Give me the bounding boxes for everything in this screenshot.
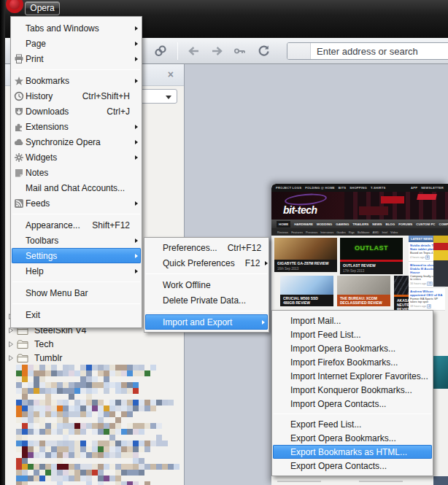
menu-item-page[interactable]: Page <box>12 36 141 51</box>
menu-item-history[interactable]: HistoryCtrl+Shift+H <box>12 88 141 104</box>
menu-item-import-opera-contacts[interactable]: Import Opera Contacts... <box>273 397 432 411</box>
subnav-link-rigs[interactable]: Rigs <box>349 230 355 234</box>
mosaic-cell <box>104 458 109 464</box>
nav-link-home[interactable]: HOME <box>277 221 290 228</box>
menu-item-downloads[interactable]: DownloadsCtrl+J <box>12 104 141 119</box>
subnav-link-guides[interactable]: Guides <box>336 230 346 234</box>
topbar-link-t-shirts[interactable]: T-SHIRTS <box>371 186 386 190</box>
sidebar-folder-tumblr[interactable]: Tumblr <box>5 351 184 365</box>
nav-link-trailers[interactable]: TRAILERS <box>352 222 368 226</box>
subnav-link-interviews[interactable]: Interviews <box>320 230 333 234</box>
mosaic-cell <box>80 476 86 481</box>
expander-icon[interactable] <box>8 354 14 362</box>
subnav-link-video[interactable]: Video <box>390 230 398 234</box>
mosaic-cell <box>104 370 109 376</box>
menu-item-widgets[interactable]: Widgets <box>12 150 141 165</box>
nav-link-blog[interactable]: BLOG <box>386 222 395 226</box>
menu-item-exit[interactable]: Exit <box>12 307 141 322</box>
subnav-link-features[interactable]: Features <box>291 230 303 234</box>
address-bar[interactable] <box>287 42 448 60</box>
menu-item-mail-and-chat-accounts[interactable]: Mail and Chat Accounts... <box>12 180 141 195</box>
mosaic-cell <box>162 446 168 452</box>
article-card-outlast-review[interactable]: OUTLASTOUTLAST REVIEW17th Sep 2013 <box>340 238 403 274</box>
mosaic-cell <box>174 423 179 429</box>
nav-link-forums[interactable]: FORUMS <box>398 222 412 226</box>
article-card-the-bureau-xcom-declassified-review[interactable]: THE BUREAU: XCOM DECLASSIFIED REVIEW <box>337 276 390 306</box>
mosaic-cell <box>80 406 86 411</box>
subnav-link-intel[interactable]: Intel <box>382 230 387 234</box>
menu-item-export-opera-contacts[interactable]: Export Opera Contacts... <box>273 459 432 473</box>
menu-item-import-mail[interactable]: Import Mail... <box>273 314 432 327</box>
mosaic-cell <box>39 406 45 411</box>
menu-item-preferences[interactable]: Preferences...Ctrl+F12 <box>145 240 268 255</box>
menu-item-import-feed-list[interactable]: Import Feed List... <box>273 327 432 341</box>
mosaic-cell <box>127 452 133 458</box>
mosaic-cell <box>28 370 34 376</box>
menu-item-import-konqueror-bookmarks[interactable]: Import Konqueror Bookmarks... <box>273 383 432 397</box>
mosaic-cell <box>127 406 133 411</box>
address-input[interactable] <box>311 46 448 57</box>
subnav-link-bulldozer[interactable]: Bulldozer <box>358 230 370 234</box>
topbar-link-newsletter[interactable]: NEWSLETTER <box>421 186 444 190</box>
menu-item-extensions[interactable]: Extensions <box>12 119 141 134</box>
link-icon[interactable] <box>151 43 170 59</box>
submenu-arrow-icon <box>130 238 138 243</box>
menu-item-settings[interactable]: Settings <box>12 248 141 263</box>
subnav-link-amd[interactable]: AMD <box>373 230 379 234</box>
mosaic-cell <box>22 417 28 423</box>
news-item-andrew-wilson-appointed-ceo-of-ea[interactable]: Andrew Wilson appointed CEO of EAFormer … <box>409 288 445 311</box>
topbar-link-app[interactable]: APP <box>411 186 417 190</box>
menu-item-appearance[interactable]: Appearance...Shift+F12 <box>12 217 141 233</box>
menu-item-import-opera-bookmarks[interactable]: Import Opera Bookmarks... <box>273 341 432 355</box>
nav-link-custom-pc[interactable]: CUSTOM PC <box>416 222 435 226</box>
mosaic-cell <box>45 400 51 406</box>
mosaic-cell <box>150 429 156 435</box>
mosaic-cell <box>22 370 28 376</box>
menu-item-synchronize-opera[interactable]: Synchronize Opera <box>12 134 141 150</box>
menu-item-toolbars[interactable]: Toolbars <box>12 233 141 248</box>
mosaic-cell <box>98 417 104 423</box>
panel-close-icon[interactable]: × <box>168 69 174 79</box>
menu-item-quick-preferences[interactable]: Quick PreferencesF12 <box>145 255 268 271</box>
reload-icon[interactable] <box>254 43 273 59</box>
menu-item-import-internet-explorer-favorites[interactable]: Import Internet Explorer Favorites... <box>273 369 432 383</box>
mosaic-cell <box>98 406 104 411</box>
expander-icon[interactable] <box>8 341 14 348</box>
menu-item-print[interactable]: Print <box>12 51 141 66</box>
menu-item-export-feed-list[interactable]: Export Feed List... <box>273 417 432 431</box>
nav-link-gaming[interactable]: GAMING <box>336 222 349 226</box>
nav-link-news[interactable]: NEWS <box>372 222 382 226</box>
subnav-link-previews[interactable]: Previews <box>306 230 317 234</box>
menu-item-notes[interactable]: Notes <box>12 165 141 180</box>
menu-item-import-and-export[interactable]: Import and Export <box>145 314 268 330</box>
topbar-link-shopping[interactable]: SHOPPING <box>349 186 367 190</box>
menu-item-tabs-and-windows[interactable]: Tabs and Windows <box>12 20 141 36</box>
mosaic-cell <box>74 452 80 458</box>
sidebar-folder-tech[interactable]: Tech <box>5 337 184 351</box>
menu-item-export-opera-bookmarks[interactable]: Export Opera Bookmarks... <box>273 431 432 445</box>
mosaic-cell <box>168 481 174 485</box>
back-icon[interactable] <box>184 43 203 59</box>
topbar-link-folding-home[interactable]: FOLDING @ HOME <box>305 186 335 190</box>
mosaic-cell <box>115 365 121 370</box>
menu-item-import-firefox-bookmarks[interactable]: Import Firefox Bookmarks... <box>273 355 432 369</box>
forward-icon[interactable] <box>207 43 226 59</box>
key-icon[interactable] <box>231 43 250 59</box>
nav-link-modding[interactable]: MODDING <box>317 222 332 226</box>
menu-item-show-menu-bar[interactable]: Show Menu Bar <box>12 285 141 300</box>
article-card-crucial-m500-ssd-480gb-review[interactable]: CRUCIAL M500 SSD 480GB REVIEW <box>280 276 333 306</box>
menu-item-delete-private-data[interactable]: Delete Private Data... <box>145 292 268 308</box>
menu-item-work-offline[interactable]: Work Offline <box>145 277 268 292</box>
menu-item-export-bookmarks-as-html[interactable]: Export Bookmarks as HTML... <box>273 445 432 459</box>
menu-item-bookmarks[interactable]: Bookmarks <box>12 73 141 88</box>
menu-item-help[interactable]: Help <box>12 263 141 279</box>
topbar-link-bits[interactable]: BITS <box>339 186 346 190</box>
mosaic-row <box>16 376 184 382</box>
menu-item-feeds[interactable]: Feeds <box>12 195 141 211</box>
subnav-link-reviews[interactable]: Reviews <box>277 230 288 234</box>
nav-link-hardware[interactable]: HARDWARE <box>294 222 313 226</box>
opera-menu-button[interactable]: Opera <box>25 1 60 15</box>
article-card-gigabyte-ga-z87m-review[interactable]: GIGABYTE GA-Z87M REVIEW16th Sep 2013 <box>274 238 337 272</box>
topbar-link-project-logs[interactable]: PROJECT LOGS <box>276 186 301 190</box>
nav-link-competitions[interactable]: COMPETITIONS <box>439 222 448 226</box>
